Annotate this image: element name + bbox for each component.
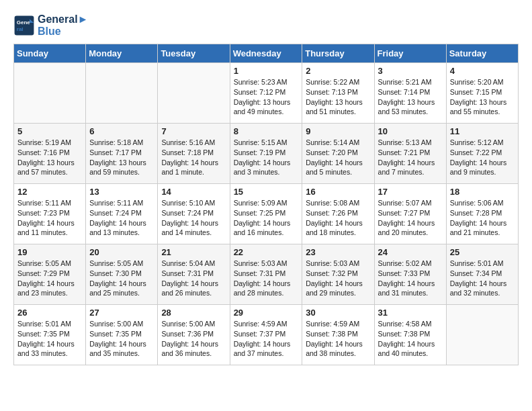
calendar-cell: 6Sunrise: 5:18 AM Sunset: 7:17 PM Daylig… [86, 124, 158, 184]
day-number: 24 [378, 247, 443, 257]
day-number: 17 [378, 187, 443, 197]
day-number: 6 [89, 126, 154, 136]
calendar-cell: 16Sunrise: 5:08 AM Sunset: 7:26 PM Dayli… [302, 184, 374, 244]
calendar-cell: 22Sunrise: 5:03 AM Sunset: 7:31 PM Dayli… [230, 244, 302, 305]
day-number: 10 [378, 126, 443, 136]
calendar-week-row: 5Sunrise: 5:19 AM Sunset: 7:16 PM Daylig… [14, 124, 519, 184]
day-number: 9 [306, 126, 370, 136]
day-number: 29 [234, 308, 299, 318]
calendar-cell: 1Sunrise: 5:23 AM Sunset: 7:12 PM Daylig… [230, 63, 302, 124]
day-number: 28 [161, 308, 226, 318]
calendar-cell: 28Sunrise: 5:00 AM Sunset: 7:36 PM Dayli… [158, 305, 230, 365]
calendar-cell: 14Sunrise: 5:10 AM Sunset: 7:24 PM Dayli… [158, 184, 230, 244]
day-info: Sunrise: 5:18 AM Sunset: 7:17 PM Dayligh… [89, 138, 154, 177]
day-info: Sunrise: 5:23 AM Sunset: 7:12 PM Dayligh… [234, 77, 299, 117]
calendar-cell: 12Sunrise: 5:11 AM Sunset: 7:23 PM Dayli… [14, 184, 86, 244]
calendar-cell: 9Sunrise: 5:14 AM Sunset: 7:20 PM Daylig… [302, 124, 374, 184]
day-info: Sunrise: 5:11 AM Sunset: 7:24 PM Dayligh… [89, 198, 154, 238]
svg-text:Gene: Gene [17, 19, 31, 26]
day-of-week-header: Saturday [446, 44, 518, 63]
day-number: 21 [161, 247, 226, 257]
day-number: 5 [17, 126, 82, 136]
day-number: 22 [234, 247, 299, 257]
day-info: Sunrise: 5:10 AM Sunset: 7:24 PM Dayligh… [161, 198, 226, 238]
calendar-cell: 23Sunrise: 5:03 AM Sunset: 7:32 PM Dayli… [302, 244, 374, 305]
calendar-cell: 30Sunrise: 4:59 AM Sunset: 7:38 PM Dayli… [302, 305, 374, 365]
calendar-cell: 24Sunrise: 5:02 AM Sunset: 7:33 PM Dayli… [374, 244, 446, 305]
calendar-week-row: 12Sunrise: 5:11 AM Sunset: 7:23 PM Dayli… [14, 184, 519, 244]
day-of-week-header: Wednesday [230, 44, 302, 63]
day-info: Sunrise: 5:05 AM Sunset: 7:29 PM Dayligh… [17, 259, 82, 298]
day-number: 11 [450, 126, 515, 136]
day-number: 20 [89, 247, 154, 257]
calendar-cell: 21Sunrise: 5:04 AM Sunset: 7:31 PM Dayli… [158, 244, 230, 305]
calendar-cell: 25Sunrise: 5:01 AM Sunset: 7:34 PM Dayli… [446, 244, 518, 305]
day-number: 30 [306, 308, 370, 318]
day-number: 31 [378, 308, 443, 318]
day-info: Sunrise: 4:59 AM Sunset: 7:37 PM Dayligh… [234, 319, 299, 359]
day-info: Sunrise: 5:00 AM Sunset: 7:36 PM Dayligh… [161, 319, 226, 359]
day-of-week-header: Sunday [14, 44, 86, 63]
calendar-cell [158, 63, 230, 124]
day-info: Sunrise: 5:21 AM Sunset: 7:14 PM Dayligh… [378, 77, 443, 117]
day-number: 18 [450, 187, 515, 197]
logo-icon: Gene ral [13, 15, 35, 36]
day-info: Sunrise: 5:00 AM Sunset: 7:35 PM Dayligh… [89, 319, 154, 359]
day-number: 16 [306, 187, 370, 197]
day-number: 8 [234, 126, 299, 136]
calendar-cell [86, 63, 158, 124]
day-number: 13 [89, 187, 154, 197]
day-info: Sunrise: 5:07 AM Sunset: 7:27 PM Dayligh… [378, 198, 443, 238]
calendar-cell: 4Sunrise: 5:20 AM Sunset: 7:15 PM Daylig… [446, 63, 518, 124]
day-info: Sunrise: 5:14 AM Sunset: 7:20 PM Dayligh… [306, 138, 370, 177]
calendar-week-row: 1Sunrise: 5:23 AM Sunset: 7:12 PM Daylig… [14, 63, 519, 124]
day-number: 15 [234, 187, 299, 197]
day-of-week-header: Friday [374, 44, 446, 63]
calendar-cell: 31Sunrise: 4:58 AM Sunset: 7:38 PM Dayli… [374, 305, 446, 365]
page-header: Gene ral General► Blue [13, 13, 519, 37]
day-number: 4 [450, 66, 515, 76]
calendar-cell: 3Sunrise: 5:21 AM Sunset: 7:14 PM Daylig… [374, 63, 446, 124]
calendar-cell: 26Sunrise: 5:01 AM Sunset: 7:35 PM Dayli… [14, 305, 86, 365]
day-number: 25 [450, 247, 515, 257]
logo-line2: Blue [38, 26, 88, 38]
day-info: Sunrise: 5:04 AM Sunset: 7:31 PM Dayligh… [161, 259, 226, 298]
day-number: 23 [306, 247, 370, 257]
day-info: Sunrise: 5:22 AM Sunset: 7:13 PM Dayligh… [306, 77, 370, 117]
calendar-cell: 8Sunrise: 5:15 AM Sunset: 7:19 PM Daylig… [230, 124, 302, 184]
day-info: Sunrise: 5:03 AM Sunset: 7:31 PM Dayligh… [234, 259, 299, 298]
day-info: Sunrise: 5:01 AM Sunset: 7:35 PM Dayligh… [17, 319, 82, 359]
calendar-cell: 13Sunrise: 5:11 AM Sunset: 7:24 PM Dayli… [86, 184, 158, 244]
calendar-cell [14, 63, 86, 124]
day-number: 3 [378, 66, 443, 76]
day-number: 12 [17, 187, 82, 197]
day-info: Sunrise: 5:09 AM Sunset: 7:25 PM Dayligh… [234, 198, 299, 238]
calendar-cell: 2Sunrise: 5:22 AM Sunset: 7:13 PM Daylig… [302, 63, 374, 124]
calendar-cell: 27Sunrise: 5:00 AM Sunset: 7:35 PM Dayli… [86, 305, 158, 365]
day-info: Sunrise: 5:20 AM Sunset: 7:15 PM Dayligh… [450, 77, 515, 117]
logo-line1: General► [38, 13, 88, 26]
calendar-cell: 5Sunrise: 5:19 AM Sunset: 7:16 PM Daylig… [14, 124, 86, 184]
day-info: Sunrise: 5:08 AM Sunset: 7:26 PM Dayligh… [306, 198, 370, 238]
calendar-week-row: 19Sunrise: 5:05 AM Sunset: 7:29 PM Dayli… [14, 244, 519, 305]
calendar-cell: 18Sunrise: 5:06 AM Sunset: 7:28 PM Dayli… [446, 184, 518, 244]
calendar-cell: 15Sunrise: 5:09 AM Sunset: 7:25 PM Dayli… [230, 184, 302, 244]
day-info: Sunrise: 5:05 AM Sunset: 7:30 PM Dayligh… [89, 259, 154, 298]
day-info: Sunrise: 4:59 AM Sunset: 7:38 PM Dayligh… [306, 319, 370, 359]
day-info: Sunrise: 5:16 AM Sunset: 7:18 PM Dayligh… [161, 138, 226, 177]
day-number: 14 [161, 187, 226, 197]
day-number: 27 [89, 308, 154, 318]
day-info: Sunrise: 5:12 AM Sunset: 7:22 PM Dayligh… [450, 138, 515, 177]
calendar-cell: 20Sunrise: 5:05 AM Sunset: 7:30 PM Dayli… [86, 244, 158, 305]
day-info: Sunrise: 5:19 AM Sunset: 7:16 PM Dayligh… [17, 138, 82, 177]
day-number: 2 [306, 66, 370, 76]
logo: Gene ral General► Blue [13, 13, 88, 37]
day-info: Sunrise: 5:15 AM Sunset: 7:19 PM Dayligh… [234, 138, 299, 177]
day-number: 19 [17, 247, 82, 257]
day-of-week-header: Tuesday [158, 44, 230, 63]
calendar-cell: 7Sunrise: 5:16 AM Sunset: 7:18 PM Daylig… [158, 124, 230, 184]
day-of-week-header: Monday [86, 44, 158, 63]
day-info: Sunrise: 5:13 AM Sunset: 7:21 PM Dayligh… [378, 138, 443, 177]
day-info: Sunrise: 4:58 AM Sunset: 7:38 PM Dayligh… [378, 319, 443, 359]
day-of-week-header: Thursday [302, 44, 374, 63]
